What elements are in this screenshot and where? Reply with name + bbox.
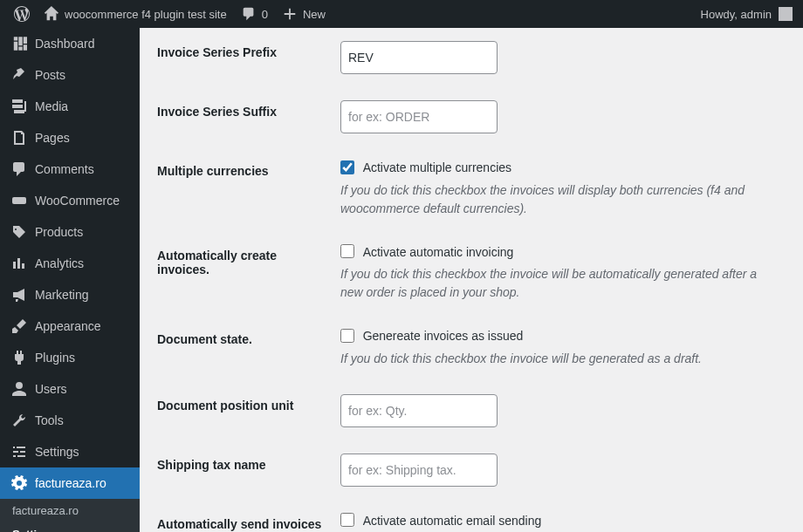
sidebar-item-pages[interactable]: Pages	[0, 122, 140, 153]
sidebar-item-label: Pages	[35, 131, 70, 145]
label-autoinvoice: Automatically create invoices.	[157, 231, 332, 316]
woo-icon	[10, 192, 28, 209]
submenu-item-factureaza[interactable]: factureaza.ro	[0, 499, 140, 522]
input-posunit[interactable]	[340, 394, 498, 427]
sidebar-item-label: Appearance	[35, 319, 101, 333]
gear-icon	[10, 474, 28, 492]
comments-count: 0	[262, 8, 268, 21]
megaphone-icon	[10, 286, 28, 304]
sidebar-item-label: Media	[35, 99, 68, 113]
sidebar-item-appearance[interactable]: Appearance	[0, 310, 140, 342]
cb-label-autoemail: Activate automatic email sending	[363, 513, 542, 527]
sidebar-item-users[interactable]: Users	[0, 373, 140, 405]
sidebar-item-label: Settings	[35, 445, 79, 459]
brush-icon	[10, 317, 28, 335]
checkbox-autoinvoice[interactable]	[340, 244, 354, 258]
cb-label-autoinvoice: Activate automatic invoicing	[363, 244, 514, 258]
sidebar-item-media[interactable]: Media	[0, 91, 140, 122]
admin-sidebar: Dashboard Posts Media Pages Comments Woo…	[0, 28, 140, 532]
sidebar-item-label: Tools	[35, 413, 64, 427]
checkbox-docstate[interactable]	[340, 329, 354, 343]
site-title: woocommerce f4 plugin test site	[65, 8, 227, 21]
new-label: New	[303, 8, 326, 21]
avatar[interactable]	[779, 7, 793, 21]
sidebar-item-label: Plugins	[35, 351, 75, 365]
analytics-icon	[10, 255, 28, 272]
home-icon	[44, 6, 59, 22]
sidebar-item-label: Comments	[35, 162, 94, 176]
sidebar-item-comments[interactable]: Comments	[0, 153, 140, 185]
sidebar-item-label: factureaza.ro	[35, 476, 106, 490]
comment-icon	[241, 6, 257, 22]
desc-multicurrency: If you do tick this checkbox the invoice…	[340, 181, 777, 218]
settings-form: Invoice Series Prefix Invoice Series Suf…	[157, 28, 786, 532]
howdy-text[interactable]: Howdy, admin	[701, 8, 772, 21]
plus-icon	[282, 6, 298, 22]
sliders-icon	[10, 443, 28, 460]
sidebar-item-label: Marketing	[35, 288, 88, 302]
dashboard-icon	[10, 35, 28, 52]
new-item[interactable]: New	[275, 0, 333, 28]
wp-logo-item[interactable]	[7, 0, 37, 28]
desc-docstate: If you do tick this checkbox the invoice…	[340, 350, 777, 368]
sidebar-item-settings[interactable]: Settings	[0, 436, 140, 467]
cb-label-docstate: Genereate invoices as issued	[363, 329, 524, 343]
sidebar-item-label: WooCommerce	[35, 194, 120, 208]
label-autoemail: Automatically send invoices by email aft…	[157, 500, 332, 532]
products-icon	[10, 223, 28, 241]
sidebar-item-analytics[interactable]: Analytics	[0, 248, 140, 279]
comments-icon	[10, 160, 28, 178]
admin-bar: woocommerce f4 plugin test site 0 New Ho…	[0, 0, 803, 28]
label-posunit: Document position unit	[157, 381, 332, 440]
sidebar-item-posts[interactable]: Posts	[0, 59, 140, 91]
sidebar-item-woocommerce[interactable]: WooCommerce	[0, 185, 140, 216]
cb-label-multicurrency: Activate multiple currencies	[363, 160, 511, 174]
label-prefix: Invoice Series Prefix	[157, 28, 332, 87]
label-shiptax: Shipping tax name	[157, 440, 332, 500]
input-suffix[interactable]	[340, 100, 498, 133]
sidebar-item-products[interactable]: Products	[0, 216, 140, 248]
pin-icon	[10, 66, 28, 84]
sidebar-item-factureaza[interactable]: factureaza.ro	[0, 467, 140, 499]
submenu-factureaza: factureaza.ro Settings	[0, 499, 140, 532]
label-suffix: Invoice Series Suffix	[157, 87, 332, 147]
input-shiptax[interactable]	[340, 454, 498, 487]
checkbox-multicurrency[interactable]	[340, 160, 354, 174]
input-prefix[interactable]	[340, 41, 498, 74]
main-content: Invoice Series Prefix Invoice Series Suf…	[140, 28, 803, 532]
user-icon	[10, 380, 28, 398]
label-docstate: Document state.	[157, 315, 332, 381]
plug-icon	[10, 349, 28, 366]
wordpress-icon	[14, 6, 30, 22]
sidebar-item-plugins[interactable]: Plugins	[0, 342, 140, 373]
checkbox-autoemail[interactable]	[340, 513, 354, 527]
sidebar-item-label: Dashboard	[35, 37, 95, 51]
wrench-icon	[10, 412, 28, 429]
label-multicurrency: Multiple currencies	[157, 147, 332, 231]
site-name-item[interactable]: woocommerce f4 plugin test site	[37, 0, 234, 28]
svg-rect-0	[12, 197, 26, 204]
sidebar-item-label: Analytics	[35, 256, 84, 270]
submenu-item-settings[interactable]: Settings	[0, 522, 140, 532]
sidebar-item-label: Posts	[35, 68, 65, 82]
comments-item[interactable]: 0	[234, 0, 275, 28]
sidebar-item-label: Users	[35, 382, 67, 396]
page-icon	[10, 129, 28, 147]
media-icon	[10, 98, 28, 115]
sidebar-item-tools[interactable]: Tools	[0, 405, 140, 436]
sidebar-item-marketing[interactable]: Marketing	[0, 279, 140, 310]
sidebar-item-label: Products	[35, 225, 83, 239]
desc-autoinvoice: If you do tick this checkbox the invoice…	[340, 265, 777, 302]
sidebar-item-dashboard[interactable]: Dashboard	[0, 28, 140, 59]
